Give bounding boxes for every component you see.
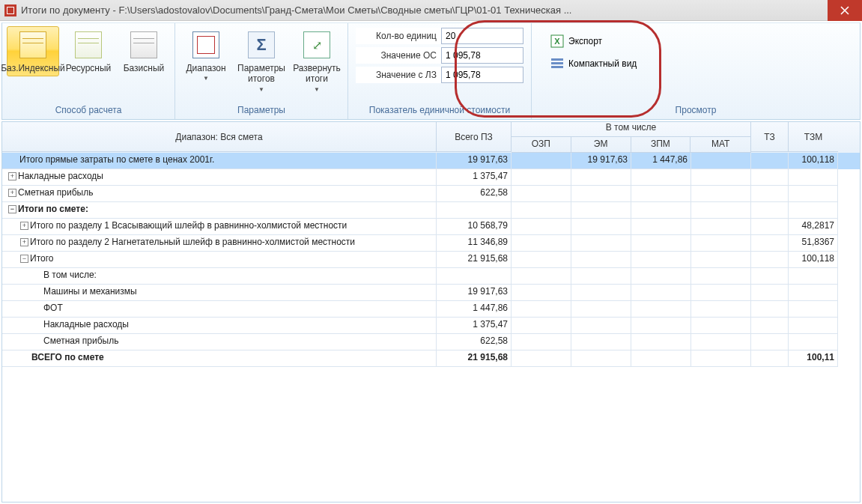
- cell-tz: [751, 252, 789, 268]
- basic-button[interactable]: Базисный: [118, 26, 170, 76]
- compact-button[interactable]: Компактный вид: [547, 55, 640, 73]
- table-row[interactable]: Накладные расходы1 375,47: [2, 318, 860, 334]
- close-button[interactable]: [828, 0, 862, 21]
- table-row[interactable]: +Итого по разделу 2 Нагнетательный шлейф…: [2, 235, 860, 252]
- group-unit-cost-label: Показатель единичной стоимости: [356, 103, 523, 119]
- totals-grid: Диапазон: Вся смета Всего ПЗ В том числе…: [1, 121, 861, 503]
- cell-pz: [437, 268, 512, 285]
- cell-ozp: [512, 301, 571, 318]
- grid-body[interactable]: Итого прямые затраты по смете в ценах 20…: [2, 153, 860, 502]
- table-row[interactable]: +Накладные расходы1 375,47: [2, 169, 860, 186]
- expand-minus-icon[interactable]: −: [8, 205, 16, 213]
- row-text: Сметная прибыль: [43, 336, 118, 346]
- row-text: ВСЕГО по смете: [31, 352, 104, 362]
- row-text: Итоги по смете:: [18, 204, 88, 214]
- table-row[interactable]: ВСЕГО по смете21 915,68100,11: [2, 350, 860, 367]
- grid-header: Диапазон: Вся смета Всего ПЗ В том числе…: [2, 122, 860, 153]
- cell-tz: [751, 169, 789, 186]
- cell-zpm: [631, 169, 691, 186]
- basic-label: Базисный: [124, 63, 165, 73]
- row-text: ФОТ: [43, 303, 63, 313]
- param-totals-button[interactable]: Σ Параметры итогов ▼: [235, 26, 288, 96]
- svg-rect-6: [551, 66, 563, 68]
- row-name-cell: −Итого: [2, 252, 437, 268]
- cell-zpm: [631, 268, 691, 285]
- cell-tz: [751, 202, 789, 219]
- table-row[interactable]: −Итого21 915,68100,118: [2, 252, 860, 268]
- os-label: Значение ОС: [356, 50, 437, 61]
- export-label: Экспорт: [568, 36, 602, 46]
- export-button[interactable]: X Экспорт: [547, 32, 606, 50]
- lz-input[interactable]: [441, 67, 523, 83]
- cell-tzm: [789, 202, 838, 219]
- cell-pz: [437, 202, 512, 219]
- expand-plus-icon[interactable]: +: [8, 172, 16, 180]
- table-row[interactable]: +Итого по разделу 1 Всасывающий шлейф в …: [2, 219, 860, 235]
- cell-em: [571, 235, 631, 252]
- cell-em: [571, 285, 631, 301]
- os-input[interactable]: [441, 47, 523, 64]
- row-text: Итого: [30, 253, 53, 264]
- cell-mat: [691, 202, 751, 219]
- base-index-button[interactable]: Баз.Индексный: [7, 26, 59, 76]
- cell-tzm: 48,2817: [789, 219, 838, 235]
- table-row[interactable]: Машины и механизмы19 917,63: [2, 285, 860, 301]
- table-row[interactable]: Итого прямые затраты по смете в ценах 20…: [2, 153, 860, 169]
- range-button[interactable]: Диапазон ▼: [180, 26, 232, 85]
- cell-zpm: [631, 235, 691, 252]
- expand-totals-button[interactable]: Развернуть итоги ▼: [291, 26, 343, 96]
- cell-tzm: 100,118: [789, 252, 838, 268]
- cell-em: [571, 252, 631, 268]
- cell-pz: 622,58: [437, 186, 512, 202]
- cell-pz: 622,58: [437, 334, 512, 350]
- cell-mat: [691, 186, 751, 202]
- row-name-cell: Машины и механизмы: [2, 285, 437, 301]
- ribbon: Баз.Индексный Ресурсный Базисный Способ …: [1, 22, 861, 120]
- cell-tz: [751, 186, 789, 202]
- expand-minus-icon[interactable]: −: [20, 255, 28, 263]
- table-row[interactable]: −Итоги по смете:: [2, 202, 860, 219]
- cell-em: [571, 334, 631, 350]
- row-text: Накладные расходы: [18, 171, 103, 181]
- group-params-label: Параметры: [180, 103, 343, 119]
- sheet-gray-icon: [130, 31, 157, 58]
- table-row[interactable]: +Сметная прибыль622,58: [2, 186, 860, 202]
- sheet-gold-icon: [19, 31, 46, 58]
- cell-tzm: 100,11: [789, 350, 838, 367]
- units-label: Кол-во единиц: [356, 31, 437, 41]
- expand-plus-icon[interactable]: +: [20, 222, 28, 230]
- col-zpm: ЗПМ: [631, 137, 691, 152]
- units-input[interactable]: [441, 28, 523, 44]
- row-text: Итого по разделу 2 Нагнетательный шлейф …: [30, 237, 355, 247]
- range-header: Диапазон: Вся смета: [175, 132, 262, 142]
- app-icon: [4, 4, 16, 16]
- expand-plus-icon[interactable]: +: [20, 238, 28, 246]
- group-params: Диапазон ▼ Σ Параметры итогов ▼ Разверну…: [175, 23, 348, 119]
- resource-button[interactable]: Ресурсный: [62, 26, 115, 76]
- compact-view-icon: [550, 57, 564, 70]
- row-text: Накладные расходы: [43, 319, 129, 330]
- cell-zpm: [631, 301, 691, 318]
- table-row[interactable]: Сметная прибыль622,58: [2, 334, 860, 350]
- cell-mat: [691, 169, 751, 186]
- cell-tzm: 100,118: [789, 153, 838, 169]
- cell-pz: 11 346,89: [437, 235, 512, 252]
- cell-ozp: [512, 268, 571, 285]
- cell-tzm: [789, 186, 838, 202]
- cell-em: [571, 350, 631, 367]
- cell-ozp: [512, 252, 571, 268]
- row-name-cell: +Итого по разделу 1 Всасывающий шлейф в …: [2, 219, 437, 235]
- cell-mat: [691, 318, 751, 334]
- cell-zpm: 1 447,86: [631, 153, 691, 169]
- sheet-green-icon: [75, 31, 102, 58]
- cell-zpm: [631, 285, 691, 301]
- col-mat: МАТ: [690, 137, 750, 152]
- compact-label: Компактный вид: [568, 58, 637, 69]
- expand-plus-icon[interactable]: +: [8, 189, 16, 197]
- col-tzm: ТЗМ: [804, 132, 822, 142]
- row-name-cell: Сметная прибыль: [2, 334, 437, 350]
- table-row[interactable]: В том числе:: [2, 268, 860, 285]
- cell-tz: [751, 219, 789, 235]
- row-name-cell: +Накладные расходы: [2, 169, 437, 186]
- table-row[interactable]: ФОТ1 447,86: [2, 301, 860, 318]
